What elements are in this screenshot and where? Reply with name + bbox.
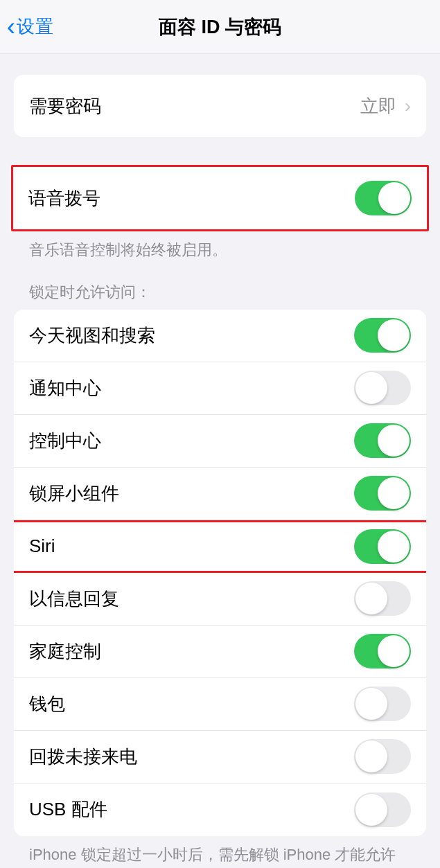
back-label: 设置 bbox=[17, 15, 54, 39]
chevron-right-icon: › bbox=[405, 95, 411, 117]
lock-access-toggle[interactable] bbox=[354, 581, 411, 616]
require-passcode-value: 立即 › bbox=[360, 94, 411, 118]
lock-access-row: 钱包 bbox=[14, 678, 426, 731]
lock-access-row: 以信息回复 bbox=[14, 573, 426, 626]
lock-access-item-label: 钱包 bbox=[29, 692, 65, 716]
lock-access-item-label: 今天视图和搜索 bbox=[29, 324, 155, 348]
back-button[interactable]: ‹ 设置 bbox=[0, 12, 54, 42]
lock-access-toggle[interactable] bbox=[354, 318, 411, 353]
lock-access-toggle[interactable] bbox=[354, 687, 411, 721]
voice-dial-label: 语音拨号 bbox=[28, 186, 100, 211]
lock-access-row: USB 配件 bbox=[14, 783, 426, 836]
lock-access-row: 今天视图和搜索 bbox=[14, 310, 426, 362]
voice-dial-section: 语音拨号 bbox=[11, 165, 429, 231]
lock-access-toggle[interactable] bbox=[354, 371, 411, 405]
lock-access-item-label: USB 配件 bbox=[29, 797, 107, 822]
lock-access-toggle[interactable] bbox=[354, 739, 411, 774]
lock-access-row: 家庭控制 bbox=[14, 626, 426, 678]
voice-dial-row: 语音拨号 bbox=[13, 167, 427, 229]
chevron-left-icon: ‹ bbox=[7, 12, 15, 42]
voice-dial-toggle[interactable] bbox=[355, 181, 412, 215]
lock-access-toggle[interactable] bbox=[354, 634, 411, 668]
lock-access-item-label: 回拨未接来电 bbox=[29, 745, 137, 769]
lock-access-item-label: 家庭控制 bbox=[29, 639, 101, 664]
lock-access-row: 锁屏小组件 bbox=[14, 468, 426, 520]
lock-access-item-label: 以信息回复 bbox=[29, 587, 119, 611]
require-passcode-row[interactable]: 需要密码 立即 › bbox=[14, 75, 426, 137]
require-passcode-section: 需要密码 立即 › bbox=[14, 75, 426, 137]
voice-dial-footer: 音乐语音控制将始终被启用。 bbox=[14, 231, 426, 261]
page-title: 面容 ID 与密码 bbox=[0, 15, 440, 39]
lock-access-toggle[interactable] bbox=[354, 476, 411, 511]
lock-access-toggle[interactable] bbox=[354, 529, 411, 564]
lock-access-section: 今天视图和搜索通知中心控制中心锁屏小组件Siri以信息回复家庭控制钱包回拨未接来… bbox=[14, 310, 426, 836]
lock-access-footer: iPhone 锁定超过一小时后，需先解锁 iPhone 才能允许 USB 配件连… bbox=[14, 836, 426, 868]
lock-access-row: Siri bbox=[14, 520, 426, 573]
lock-access-item-label: Siri bbox=[29, 535, 55, 557]
lock-access-row: 回拨未接来电 bbox=[14, 731, 426, 783]
lock-access-item-label: 控制中心 bbox=[29, 429, 101, 453]
lock-access-toggle[interactable] bbox=[354, 792, 411, 827]
lock-access-row: 控制中心 bbox=[14, 415, 426, 468]
lock-access-row: 通知中心 bbox=[14, 362, 426, 415]
nav-header: ‹ 设置 面容 ID 与密码 bbox=[0, 0, 440, 54]
lock-access-item-label: 锁屏小组件 bbox=[29, 481, 119, 506]
require-passcode-label: 需要密码 bbox=[29, 94, 101, 118]
lock-access-header: 锁定时允许访问： bbox=[14, 261, 426, 310]
lock-access-item-label: 通知中心 bbox=[29, 376, 101, 400]
lock-access-toggle[interactable] bbox=[354, 423, 411, 458]
